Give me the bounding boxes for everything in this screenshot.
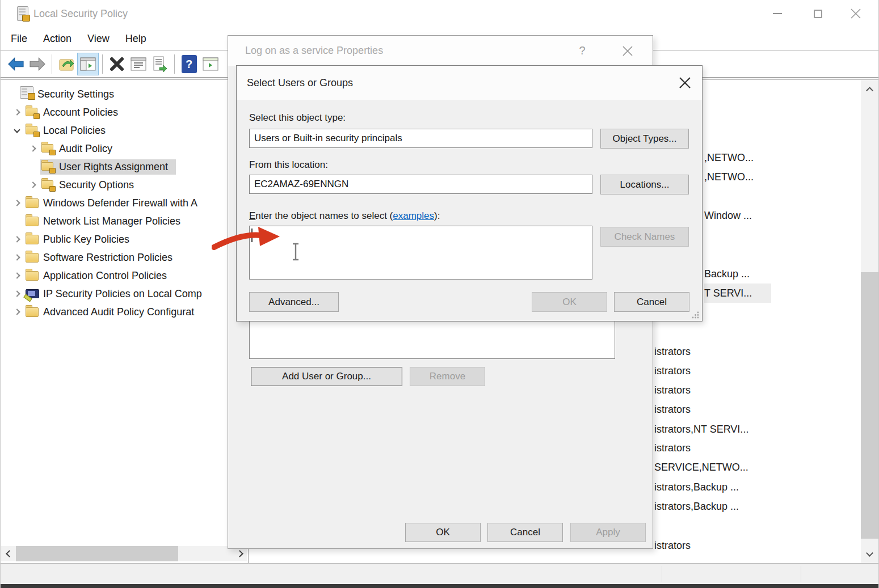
- folder-lock-icon: [26, 125, 39, 136]
- dialog-close-button[interactable]: [672, 66, 697, 100]
- list-item[interactable]: istrators: [654, 380, 691, 400]
- export-icon: [58, 56, 75, 72]
- tree-item-local-policies[interactable]: Local Policies: [1, 121, 248, 139]
- locations-button[interactable]: Locations...: [600, 175, 689, 194]
- menu-item-help[interactable]: Help: [117, 27, 154, 50]
- resize-grip[interactable]: [692, 311, 700, 319]
- menu-item-view[interactable]: View: [79, 27, 117, 50]
- chevron-right-icon[interactable]: [10, 310, 24, 314]
- menu-item-action[interactable]: Action: [35, 27, 79, 50]
- list-item[interactable]: istrators: [654, 361, 691, 380]
- cancel-button[interactable]: Cancel: [614, 292, 689, 312]
- tree-item-label: Audit Policy: [59, 143, 112, 155]
- remove-button[interactable]: Remove: [410, 367, 485, 386]
- tree-item-account-policies[interactable]: Account Policies: [1, 103, 248, 121]
- tree-item-audit-policy[interactable]: Audit Policy: [1, 139, 248, 158]
- location-label: From this location:: [249, 159, 328, 171]
- new-window-button[interactable]: [200, 53, 221, 75]
- list-item[interactable]: istrators,Backup ...: [654, 497, 739, 516]
- list-item[interactable]: SERVICE,NETWO...: [654, 458, 748, 477]
- cancel-button[interactable]: Cancel: [487, 523, 563, 542]
- vertical-scrollbar[interactable]: [861, 80, 878, 563]
- list-item[interactable]: Window ...: [704, 206, 752, 225]
- chevron-down-icon: [866, 549, 873, 557]
- properties-button[interactable]: [128, 53, 149, 75]
- tree-item-advanced-audit-policy-configurat[interactable]: Advanced Audit Policy Configurat: [1, 303, 248, 321]
- list-item[interactable]: istrators,Backup ...: [654, 477, 739, 497]
- dialog-close-button[interactable]: [615, 36, 640, 66]
- list-item[interactable]: ,NETWO...: [704, 167, 754, 187]
- delete-button[interactable]: [106, 53, 128, 75]
- computer-icon: [26, 289, 39, 298]
- help-button[interactable]: ?: [178, 53, 200, 75]
- back-button[interactable]: [5, 53, 27, 75]
- tree-item-application-control-policies[interactable]: Application Control Policies: [1, 266, 248, 285]
- chevron-right-icon[interactable]: [10, 237, 24, 242]
- menu-item-file[interactable]: File: [3, 27, 35, 50]
- chevron-right-icon: [236, 550, 243, 557]
- new-window-icon: [203, 57, 218, 71]
- maximize-button[interactable]: [800, 0, 836, 27]
- advanced-button[interactable]: Advanced...: [249, 292, 339, 312]
- list-item[interactable]: Backup ...: [704, 264, 750, 284]
- list-item[interactable]: istrators,NT SERVI...: [654, 420, 748, 439]
- export-button[interactable]: [56, 53, 77, 75]
- tree-item-label: Windows Defender Firewall with A: [43, 197, 197, 209]
- location-field[interactable]: EC2AMAZ-69ENNGN: [249, 175, 592, 194]
- export-list-button[interactable]: [149, 53, 171, 75]
- list-item[interactable]: istrators: [654, 342, 691, 361]
- check-names-button[interactable]: Check Names: [600, 227, 689, 247]
- chevron-right-icon[interactable]: [10, 291, 24, 296]
- scroll-down-arrow[interactable]: [861, 546, 878, 562]
- scroll-left-arrow[interactable]: [1, 546, 15, 561]
- horizontal-scrollbar-thumb[interactable]: [16, 546, 178, 561]
- tree-item-security-settings[interactable]: Security Settings: [1, 85, 248, 103]
- examples-link[interactable]: examples: [393, 210, 434, 221]
- ok-button[interactable]: OK: [532, 292, 607, 312]
- tree-item-public-key-policies[interactable]: Public Key Policies: [1, 230, 248, 248]
- chevron-right-icon[interactable]: [10, 273, 24, 278]
- tree-item-software-restriction-policies[interactable]: Software Restriction Policies: [1, 248, 248, 266]
- chevron-down-icon[interactable]: [10, 129, 24, 132]
- chevron-right-icon[interactable]: [10, 255, 24, 260]
- object-names-input[interactable]: [249, 226, 592, 280]
- object-types-button[interactable]: Object Types...: [600, 129, 689, 149]
- tree: Security SettingsAccount PoliciesLocal P…: [1, 85, 248, 321]
- chevron-right-icon[interactable]: [26, 183, 40, 187]
- list-item[interactable]: ,NETWO...: [704, 148, 754, 167]
- tree-item-security-options[interactable]: Security Options: [1, 176, 248, 194]
- horizontal-scrollbar[interactable]: [1, 546, 247, 561]
- chevron-left-icon: [6, 550, 13, 557]
- list-item[interactable]: istrators: [654, 438, 691, 458]
- ok-button[interactable]: OK: [405, 523, 481, 542]
- tree-item-user-rights-assignment[interactable]: User Rights Assignment: [1, 158, 248, 176]
- folder-lock-icon: [41, 162, 55, 172]
- object-type-field[interactable]: Users or Built-in security principals: [249, 129, 592, 148]
- object-type-label: Select this object type:: [249, 112, 346, 124]
- statusbar: [1, 563, 878, 584]
- folder-icon: [26, 270, 39, 281]
- dialog-titlebar: Select Users or Groups: [237, 66, 702, 100]
- list-item[interactable]: istrators: [654, 536, 691, 555]
- maximize-icon: [814, 10, 822, 18]
- scroll-up-arrow[interactable]: [861, 81, 878, 97]
- apply-button[interactable]: Apply: [570, 523, 646, 542]
- tree-item-ip-security-policies-on-local-comp[interactable]: IP Security Policies on Local Comp: [1, 285, 248, 303]
- add-user-or-group-button[interactable]: Add User or Group...: [251, 367, 402, 386]
- chevron-right-icon[interactable]: [26, 146, 40, 151]
- forward-button[interactable]: [27, 53, 48, 75]
- chevron-right-icon[interactable]: [10, 110, 24, 115]
- minimize-button[interactable]: [759, 0, 796, 27]
- close-button[interactable]: [838, 0, 874, 27]
- vertical-scrollbar-thumb[interactable]: [861, 272, 878, 539]
- folder-icon: [26, 307, 39, 317]
- chevron-right-icon[interactable]: [10, 201, 24, 205]
- list-item[interactable]: T SERVI...: [704, 284, 771, 303]
- tree-item-windows-defender-firewall-with-a[interactable]: Windows Defender Firewall with A: [1, 194, 248, 212]
- list-item[interactable]: istrators: [654, 400, 691, 419]
- tree-item-network-list-manager-policies[interactable]: Network List Manager Policies: [1, 212, 248, 230]
- dialog-help-button[interactable]: ?: [570, 36, 595, 66]
- console-tree-button[interactable]: [77, 53, 99, 75]
- toolbar-separator: [52, 54, 52, 74]
- statusbar-divider: [662, 566, 662, 582]
